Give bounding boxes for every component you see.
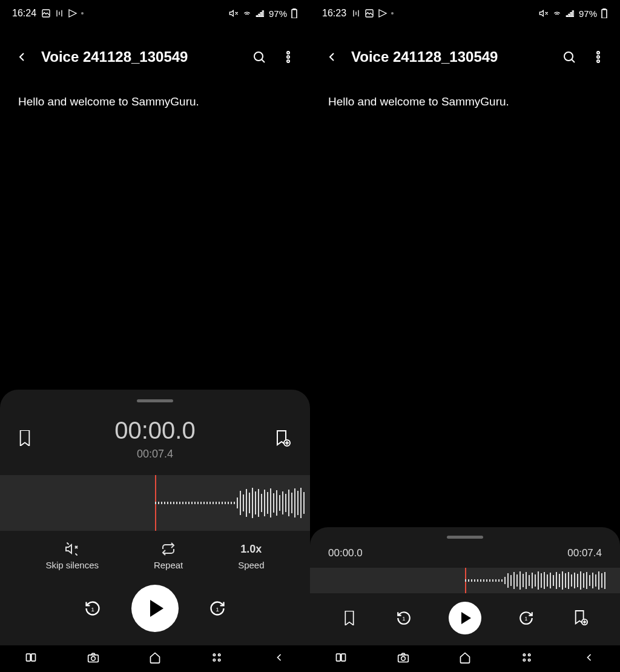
svg-point-22 — [597, 52, 599, 54]
back-button[interactable] — [322, 47, 341, 67]
forward-button[interactable]: 1 — [516, 608, 536, 628]
svg-point-17 — [219, 659, 220, 661]
status-time: 16:24 — [12, 8, 36, 19]
svg-rect-11 — [31, 654, 36, 661]
nav-camera-button[interactable] — [87, 651, 99, 666]
bookmark-icon — [343, 611, 355, 625]
svg-point-15 — [219, 654, 220, 656]
transcript-text[interactable]: Hello and welcome to SammyGuru. — [0, 87, 310, 390]
current-time: 00:00.0 — [328, 547, 363, 559]
add-bookmark-button[interactable] — [275, 430, 292, 447]
svg-rect-2 — [293, 8, 295, 10]
chevron-left-small-icon — [273, 651, 285, 664]
nav-apps-button[interactable] — [211, 651, 223, 666]
back-button[interactable] — [12, 47, 31, 67]
drag-handle[interactable] — [447, 536, 483, 539]
transcript-text[interactable]: Hello and welcome to SammyGuru. — [310, 87, 620, 527]
nav-back-button[interactable] — [273, 651, 285, 666]
nav-home-button[interactable] — [459, 651, 471, 666]
transport-controls: 1 1 — [0, 574, 310, 645]
svg-rect-10 — [27, 654, 31, 661]
nav-apps-button[interactable] — [521, 651, 533, 666]
svg-point-6 — [287, 60, 289, 62]
gallery-icon — [364, 8, 374, 18]
svg-point-21 — [564, 52, 573, 61]
more-button[interactable] — [279, 47, 298, 67]
signal-icon — [256, 8, 265, 18]
svg-rect-19 — [602, 10, 607, 18]
svg-point-34 — [524, 659, 526, 661]
speed-button[interactable]: 1.0x Speed — [238, 542, 264, 570]
player-options-row: Skip silences Repeat 1.0x Speed — [0, 531, 310, 574]
nav-recents-button[interactable] — [335, 651, 347, 666]
player-panel-compact: 00:00.0 00:07.4 1 1 — [310, 527, 620, 645]
play-button[interactable] — [449, 602, 481, 634]
equalizer-icon — [54, 8, 64, 18]
battery-icon — [601, 8, 608, 18]
rewind-button[interactable]: 1 — [83, 599, 102, 618]
gallery-icon — [41, 8, 51, 18]
skip-silences-label: Skip silences — [45, 560, 99, 570]
waveform-scrubber[interactable] — [310, 568, 620, 593]
svg-text:1: 1 — [91, 607, 94, 613]
waveform-scrubber[interactable] — [0, 475, 310, 531]
nav-recents-button[interactable] — [25, 651, 37, 666]
svg-point-23 — [597, 56, 599, 58]
waveform-bars — [465, 568, 605, 593]
rewind-icon: 1 — [84, 600, 101, 617]
svg-point-4 — [287, 52, 289, 54]
play-button[interactable] — [131, 585, 179, 632]
player-panel-expanded: 00:00.0 00:07.4 Skip silences — [0, 390, 310, 645]
svg-point-32 — [524, 654, 526, 656]
rewind-icon: 1 — [396, 610, 412, 626]
repeat-icon — [161, 542, 176, 556]
speed-label: Speed — [238, 560, 264, 570]
status-bar: 16:23 97% — [310, 0, 620, 27]
nav-home-button[interactable] — [149, 651, 161, 666]
repeat-label: Repeat — [154, 560, 183, 570]
svg-point-16 — [214, 659, 216, 661]
search-button[interactable] — [559, 47, 579, 67]
camera-icon — [87, 651, 99, 664]
status-bar: 16:24 97% — [0, 0, 310, 27]
chevron-left-icon — [325, 50, 339, 64]
play-store-icon — [378, 8, 388, 18]
forward-icon: 1 — [518, 610, 534, 626]
status-time: 16:23 — [322, 8, 346, 19]
more-vertical-icon — [281, 50, 295, 64]
svg-point-35 — [529, 659, 530, 661]
recording-title: Voice 241128_130549 — [351, 48, 550, 65]
bookmark-list-button[interactable] — [340, 608, 359, 628]
bookmark-add-icon — [573, 610, 588, 626]
skip-silences-button[interactable]: Skip silences — [45, 542, 99, 570]
battery-icon — [291, 8, 298, 18]
drag-handle[interactable] — [137, 399, 173, 402]
nav-back-button[interactable] — [583, 651, 595, 666]
dot-icon — [391, 12, 394, 15]
chevron-left-icon — [15, 50, 29, 64]
nav-camera-button[interactable] — [397, 651, 409, 666]
svg-point-3 — [254, 52, 263, 61]
search-icon — [252, 50, 266, 64]
svg-point-14 — [214, 654, 216, 656]
bookmark-list-button[interactable] — [18, 430, 35, 447]
mute-icon — [539, 8, 549, 18]
wifi-icon — [242, 8, 252, 18]
camera-icon — [397, 651, 409, 664]
apps-icon — [521, 651, 533, 664]
equalizer-icon — [351, 8, 361, 18]
forward-icon: 1 — [209, 600, 226, 617]
total-time: 00:07.4 — [567, 547, 602, 559]
repeat-button[interactable]: Repeat — [154, 542, 183, 570]
forward-button[interactable]: 1 — [208, 599, 227, 618]
skip-silences-icon — [65, 542, 79, 556]
add-bookmark-button[interactable] — [571, 608, 590, 628]
svg-text:1: 1 — [525, 616, 528, 622]
search-button[interactable] — [249, 47, 269, 67]
signal-icon — [566, 8, 575, 18]
more-button[interactable] — [589, 47, 608, 67]
search-icon — [562, 50, 576, 64]
svg-point-33 — [529, 654, 530, 656]
home-icon — [459, 651, 471, 664]
rewind-button[interactable]: 1 — [394, 608, 414, 628]
